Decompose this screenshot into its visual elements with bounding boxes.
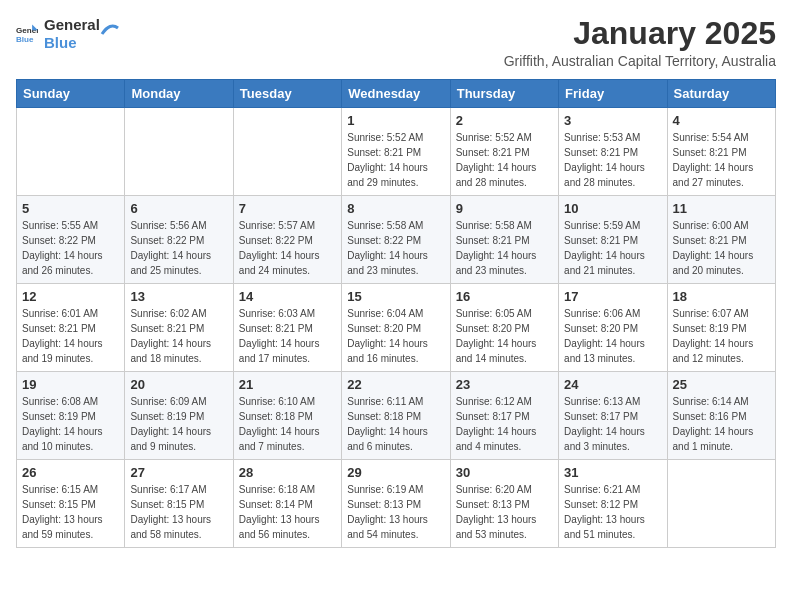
day-number: 15 [347, 289, 444, 304]
day-info: Sunrise: 6:12 AM Sunset: 8:17 PM Dayligh… [456, 394, 553, 454]
day-number: 9 [456, 201, 553, 216]
calendar-cell: 14Sunrise: 6:03 AM Sunset: 8:21 PM Dayli… [233, 284, 341, 372]
calendar-cell: 2Sunrise: 5:52 AM Sunset: 8:21 PM Daylig… [450, 108, 558, 196]
day-number: 26 [22, 465, 119, 480]
day-number: 7 [239, 201, 336, 216]
day-number: 6 [130, 201, 227, 216]
day-number: 13 [130, 289, 227, 304]
calendar-week-row: 19Sunrise: 6:08 AM Sunset: 8:19 PM Dayli… [17, 372, 776, 460]
calendar-cell: 13Sunrise: 6:02 AM Sunset: 8:21 PM Dayli… [125, 284, 233, 372]
calendar-cell: 31Sunrise: 6:21 AM Sunset: 8:12 PM Dayli… [559, 460, 667, 548]
day-info: Sunrise: 5:58 AM Sunset: 8:21 PM Dayligh… [456, 218, 553, 278]
day-number: 10 [564, 201, 661, 216]
day-info: Sunrise: 6:06 AM Sunset: 8:20 PM Dayligh… [564, 306, 661, 366]
calendar-cell: 27Sunrise: 6:17 AM Sunset: 8:15 PM Dayli… [125, 460, 233, 548]
day-number: 14 [239, 289, 336, 304]
calendar-week-row: 5Sunrise: 5:55 AM Sunset: 8:22 PM Daylig… [17, 196, 776, 284]
calendar-cell: 25Sunrise: 6:14 AM Sunset: 8:16 PM Dayli… [667, 372, 775, 460]
svg-text:Blue: Blue [16, 35, 34, 44]
day-info: Sunrise: 6:11 AM Sunset: 8:18 PM Dayligh… [347, 394, 444, 454]
day-info: Sunrise: 6:08 AM Sunset: 8:19 PM Dayligh… [22, 394, 119, 454]
calendar-cell: 23Sunrise: 6:12 AM Sunset: 8:17 PM Dayli… [450, 372, 558, 460]
logo-icon: General Blue [16, 23, 38, 45]
calendar-cell: 12Sunrise: 6:01 AM Sunset: 8:21 PM Dayli… [17, 284, 125, 372]
calendar-cell: 29Sunrise: 6:19 AM Sunset: 8:13 PM Dayli… [342, 460, 450, 548]
calendar-cell: 28Sunrise: 6:18 AM Sunset: 8:14 PM Dayli… [233, 460, 341, 548]
day-number: 25 [673, 377, 770, 392]
day-number: 27 [130, 465, 227, 480]
calendar-cell: 16Sunrise: 6:05 AM Sunset: 8:20 PM Dayli… [450, 284, 558, 372]
calendar-cell [233, 108, 341, 196]
calendar-cell [17, 108, 125, 196]
title-block: January 2025 Griffith, Australian Capita… [504, 16, 776, 69]
calendar-cell: 19Sunrise: 6:08 AM Sunset: 8:19 PM Dayli… [17, 372, 125, 460]
calendar-cell: 18Sunrise: 6:07 AM Sunset: 8:19 PM Dayli… [667, 284, 775, 372]
day-number: 20 [130, 377, 227, 392]
day-info: Sunrise: 6:05 AM Sunset: 8:20 PM Dayligh… [456, 306, 553, 366]
day-number: 21 [239, 377, 336, 392]
day-info: Sunrise: 6:10 AM Sunset: 8:18 PM Dayligh… [239, 394, 336, 454]
day-number: 28 [239, 465, 336, 480]
calendar-cell [125, 108, 233, 196]
day-number: 19 [22, 377, 119, 392]
day-info: Sunrise: 6:18 AM Sunset: 8:14 PM Dayligh… [239, 482, 336, 542]
day-number: 31 [564, 465, 661, 480]
day-number: 8 [347, 201, 444, 216]
calendar-cell: 11Sunrise: 6:00 AM Sunset: 8:21 PM Dayli… [667, 196, 775, 284]
day-info: Sunrise: 6:17 AM Sunset: 8:15 PM Dayligh… [130, 482, 227, 542]
day-number: 30 [456, 465, 553, 480]
weekday-header-sunday: Sunday [17, 80, 125, 108]
day-info: Sunrise: 6:20 AM Sunset: 8:13 PM Dayligh… [456, 482, 553, 542]
weekday-header-saturday: Saturday [667, 80, 775, 108]
calendar-cell: 3Sunrise: 5:53 AM Sunset: 8:21 PM Daylig… [559, 108, 667, 196]
calendar-cell: 6Sunrise: 5:56 AM Sunset: 8:22 PM Daylig… [125, 196, 233, 284]
weekday-header-tuesday: Tuesday [233, 80, 341, 108]
day-number: 5 [22, 201, 119, 216]
calendar-cell: 1Sunrise: 5:52 AM Sunset: 8:21 PM Daylig… [342, 108, 450, 196]
calendar-cell: 15Sunrise: 6:04 AM Sunset: 8:20 PM Dayli… [342, 284, 450, 372]
day-info: Sunrise: 5:52 AM Sunset: 8:21 PM Dayligh… [456, 130, 553, 190]
day-number: 3 [564, 113, 661, 128]
calendar-cell: 20Sunrise: 6:09 AM Sunset: 8:19 PM Dayli… [125, 372, 233, 460]
day-number: 22 [347, 377, 444, 392]
day-info: Sunrise: 6:13 AM Sunset: 8:17 PM Dayligh… [564, 394, 661, 454]
calendar-week-row: 12Sunrise: 6:01 AM Sunset: 8:21 PM Dayli… [17, 284, 776, 372]
day-number: 2 [456, 113, 553, 128]
calendar-title: January 2025 [504, 16, 776, 51]
calendar-cell: 22Sunrise: 6:11 AM Sunset: 8:18 PM Dayli… [342, 372, 450, 460]
day-info: Sunrise: 6:00 AM Sunset: 8:21 PM Dayligh… [673, 218, 770, 278]
calendar-table: SundayMondayTuesdayWednesdayThursdayFrid… [16, 79, 776, 548]
calendar-week-row: 1Sunrise: 5:52 AM Sunset: 8:21 PM Daylig… [17, 108, 776, 196]
day-info: Sunrise: 5:54 AM Sunset: 8:21 PM Dayligh… [673, 130, 770, 190]
calendar-header-row: SundayMondayTuesdayWednesdayThursdayFrid… [17, 80, 776, 108]
day-number: 17 [564, 289, 661, 304]
calendar-cell: 10Sunrise: 5:59 AM Sunset: 8:21 PM Dayli… [559, 196, 667, 284]
page-header: General Blue General Blue January 2025 G… [16, 16, 776, 69]
calendar-cell: 24Sunrise: 6:13 AM Sunset: 8:17 PM Dayli… [559, 372, 667, 460]
calendar-cell: 30Sunrise: 6:20 AM Sunset: 8:13 PM Dayli… [450, 460, 558, 548]
day-info: Sunrise: 5:57 AM Sunset: 8:22 PM Dayligh… [239, 218, 336, 278]
day-info: Sunrise: 5:55 AM Sunset: 8:22 PM Dayligh… [22, 218, 119, 278]
calendar-week-row: 26Sunrise: 6:15 AM Sunset: 8:15 PM Dayli… [17, 460, 776, 548]
calendar-subtitle: Griffith, Australian Capital Territory, … [504, 53, 776, 69]
day-info: Sunrise: 5:59 AM Sunset: 8:21 PM Dayligh… [564, 218, 661, 278]
weekday-header-friday: Friday [559, 80, 667, 108]
day-number: 16 [456, 289, 553, 304]
calendar-cell: 9Sunrise: 5:58 AM Sunset: 8:21 PM Daylig… [450, 196, 558, 284]
day-info: Sunrise: 5:52 AM Sunset: 8:21 PM Dayligh… [347, 130, 444, 190]
day-info: Sunrise: 5:58 AM Sunset: 8:22 PM Dayligh… [347, 218, 444, 278]
calendar-cell: 21Sunrise: 6:10 AM Sunset: 8:18 PM Dayli… [233, 372, 341, 460]
calendar-cell: 7Sunrise: 5:57 AM Sunset: 8:22 PM Daylig… [233, 196, 341, 284]
day-info: Sunrise: 5:53 AM Sunset: 8:21 PM Dayligh… [564, 130, 661, 190]
day-info: Sunrise: 6:14 AM Sunset: 8:16 PM Dayligh… [673, 394, 770, 454]
day-number: 11 [673, 201, 770, 216]
day-number: 18 [673, 289, 770, 304]
logo-blue-text: Blue [44, 34, 100, 52]
logo-swoosh-icon [100, 20, 120, 40]
logo-general-text: General [44, 16, 100, 34]
day-info: Sunrise: 6:15 AM Sunset: 8:15 PM Dayligh… [22, 482, 119, 542]
day-info: Sunrise: 6:09 AM Sunset: 8:19 PM Dayligh… [130, 394, 227, 454]
calendar-cell: 5Sunrise: 5:55 AM Sunset: 8:22 PM Daylig… [17, 196, 125, 284]
calendar-cell [667, 460, 775, 548]
logo: General Blue General Blue [16, 16, 120, 52]
